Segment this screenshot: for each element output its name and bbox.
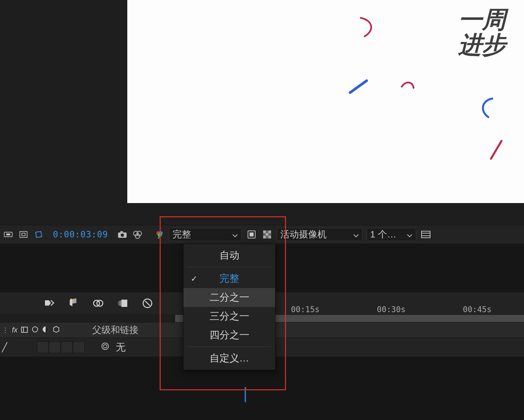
pickwhip-icon[interactable] (101, 342, 110, 353)
frame-blend-column-icon[interactable] (21, 325, 28, 335)
chevron-down-icon (353, 229, 359, 240)
lock-column-icon[interactable]: ⋮ (2, 326, 9, 334)
graph-editor-icon[interactable] (141, 297, 154, 310)
layer-switches[interactable] (37, 341, 85, 353)
svg-rect-29 (119, 301, 121, 306)
menu-separator (187, 267, 272, 267)
svg-point-9 (135, 234, 140, 238)
view-layout-icon[interactable] (420, 229, 431, 240)
active-camera-value: 活动摄像机 (280, 228, 327, 241)
preview-text-line2: 进步 (458, 32, 506, 58)
rgb-channel-icon[interactable] (154, 229, 165, 240)
motion-blur-icon[interactable] (116, 297, 130, 310)
3d-column-icon[interactable] (53, 325, 60, 335)
ruler-mark-15s: 00:15s (291, 305, 320, 314)
magnification-icon[interactable] (3, 229, 14, 240)
svg-rect-6 (120, 231, 123, 233)
parent-link-column-header: 父级和链接 (92, 324, 139, 336)
svg-point-24 (70, 299, 72, 301)
view-count-value: 1 个… (370, 228, 396, 241)
svg-rect-20 (268, 236, 271, 238)
menu-item-quarter[interactable]: 四分之一 (183, 326, 275, 345)
menu-item-custom[interactable]: 自定义… (183, 349, 275, 368)
svg-rect-19 (263, 236, 266, 238)
menu-item-full[interactable]: ✓ 完整 (183, 269, 275, 288)
parent-link-value[interactable]: 无 (116, 341, 126, 354)
motion-blur-column-icon[interactable] (31, 325, 39, 335)
ruler-mark-45s: 00:45s (463, 305, 492, 314)
confetti-line-red (488, 139, 506, 162)
layer-label-divider: ╱ (2, 342, 7, 353)
confetti-line-blue (347, 78, 371, 97)
shy-layers-icon[interactable] (43, 297, 56, 310)
active-camera-dropdown[interactable]: 活动摄像机 (277, 228, 363, 241)
snapshot-camera-icon[interactable] (117, 229, 128, 240)
confetti-arc-red (359, 16, 377, 39)
channels-icon[interactable] (132, 229, 143, 240)
composition-preview[interactable]: 一周 进步 (127, 0, 524, 203)
svg-point-34 (32, 327, 38, 332)
svg-rect-30 (118, 302, 119, 305)
svg-point-12 (158, 233, 162, 237)
svg-rect-14 (250, 232, 254, 236)
svg-rect-3 (22, 233, 25, 236)
svg-rect-21 (422, 231, 430, 238)
chevron-down-icon (407, 229, 413, 240)
mask-toggle-icon[interactable] (33, 229, 44, 240)
svg-point-37 (103, 345, 107, 348)
preview-text-line1: 一周 (458, 7, 506, 32)
3d-layer-icon[interactable] (67, 297, 81, 310)
project-panel-area (0, 0, 127, 203)
svg-point-36 (102, 343, 108, 350)
check-icon: ✓ (191, 274, 197, 283)
svg-rect-28 (121, 300, 127, 307)
svg-rect-1 (6, 233, 10, 235)
menu-item-half[interactable]: 二分之一 (183, 288, 275, 307)
fx-icon[interactable]: fx (12, 326, 18, 334)
resolution-current: 完整 (173, 228, 191, 241)
svg-point-8 (137, 231, 141, 236)
preview-text: 一周 进步 (458, 7, 506, 57)
playhead-indicator[interactable] (245, 387, 246, 402)
svg-rect-2 (20, 231, 27, 237)
resolution-menu: 自动 ✓ 完整 二分之一 三分之一 四分之一 自定义… (183, 244, 275, 370)
ruler-mark-30s: 00:30s (377, 305, 406, 314)
grid-icon[interactable] (18, 229, 29, 240)
frame-blend-icon[interactable] (92, 297, 105, 310)
confetti-arc-red-small (400, 79, 416, 90)
current-timecode[interactable]: 0:00:03:09 (48, 230, 113, 239)
svg-rect-18 (266, 233, 268, 236)
resolution-dropdown[interactable]: 完整 (169, 228, 242, 241)
confetti-arc-blue (478, 96, 498, 120)
menu-item-full-label: 完整 (220, 273, 239, 284)
fast-preview-icon[interactable] (246, 229, 258, 240)
chevron-down-icon (232, 229, 238, 240)
view-count-dropdown[interactable]: 1 个… (367, 228, 416, 241)
svg-point-27 (97, 300, 99, 302)
svg-point-5 (121, 233, 124, 237)
menu-item-third[interactable]: 三分之一 (183, 307, 275, 326)
menu-separator (187, 347, 272, 347)
svg-rect-32 (21, 327, 27, 332)
svg-rect-16 (263, 231, 266, 233)
transparency-grid-icon[interactable] (262, 229, 273, 240)
menu-item-auto[interactable]: 自动 (183, 246, 275, 265)
svg-rect-17 (268, 231, 271, 233)
adjustment-column-icon[interactable] (42, 325, 49, 335)
viewer-toolbar: 0:00:03:09 完整 活动摄像机 (0, 225, 524, 244)
